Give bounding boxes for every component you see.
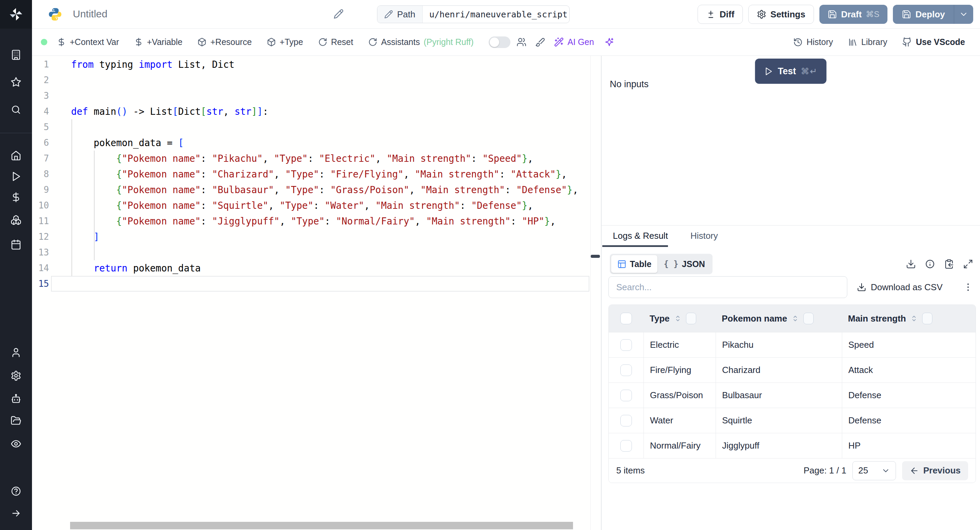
- sidebar-play-icon[interactable]: [0, 170, 32, 183]
- sidebar-home-icon[interactable]: [0, 148, 32, 162]
- page-size-select[interactable]: 25: [853, 461, 896, 480]
- sidebar-bot-icon[interactable]: [0, 392, 32, 405]
- horizontal-scrollbar-thumb[interactable]: [70, 522, 573, 529]
- path-label: Path: [397, 9, 415, 20]
- table-cell: Charizard: [716, 358, 842, 383]
- sidebar-building-icon[interactable]: [0, 48, 32, 62]
- expand-icon[interactable]: [963, 259, 973, 269]
- table-row[interactable]: Grass/PoisonBulbasaurDefense: [609, 383, 975, 408]
- table-cell: Bulbasaur: [716, 383, 842, 408]
- add-context-var-button[interactable]: +Context Var: [57, 37, 119, 47]
- table-row[interactable]: Fire/FlyingCharizardAttack: [609, 357, 975, 383]
- view-table-option[interactable]: Table: [611, 255, 657, 273]
- column-filter-checkbox[interactable]: [686, 313, 696, 324]
- row-checkbox[interactable]: [620, 440, 632, 452]
- use-vscode-button[interactable]: Use VScode: [902, 37, 965, 47]
- select-all-checkbox[interactable]: [620, 313, 632, 324]
- column-filter-checkbox[interactable]: [922, 313, 932, 324]
- copy-result-icon[interactable]: [944, 259, 954, 269]
- code-line[interactable]: [71, 72, 587, 88]
- column-filter-checkbox[interactable]: [803, 313, 814, 324]
- download-csv-button[interactable]: Download as CSV: [857, 282, 943, 292]
- history-button[interactable]: History: [793, 37, 833, 47]
- code-line[interactable]: {"Pokemon name": "Charizard", "Type": "F…: [71, 166, 587, 182]
- sidebar-eye-icon[interactable]: [0, 437, 32, 451]
- info-icon[interactable]: [925, 259, 935, 269]
- sidebar-search-icon[interactable]: [0, 103, 32, 117]
- sparkles-icon[interactable]: [605, 37, 614, 47]
- table-menu-button[interactable]: [963, 282, 973, 292]
- draft-button[interactable]: Draft ⌘S: [819, 5, 888, 24]
- reset-button[interactable]: Reset: [318, 37, 353, 47]
- code-line[interactable]: {"Pokemon name": "Bulbasaur", "Type": "G…: [71, 182, 587, 198]
- code-line[interactable]: [71, 119, 587, 135]
- package-icon: [267, 37, 276, 47]
- table-row[interactable]: WaterSquirtleDefense: [609, 408, 975, 433]
- assistants-button[interactable]: Assistants (Pyright Ruff): [368, 37, 474, 47]
- add-variable-button[interactable]: +Variable: [134, 37, 182, 47]
- code-line[interactable]: [71, 244, 587, 260]
- sort-icon[interactable]: [910, 314, 918, 322]
- row-checkbox[interactable]: [620, 415, 632, 426]
- row-checkbox[interactable]: [620, 390, 632, 401]
- code-line[interactable]: from typing import List, Dict: [71, 57, 587, 72]
- path-field[interactable]: Path u/henri/maneuverable_script: [377, 5, 570, 23]
- library-icon: [848, 37, 858, 47]
- library-button[interactable]: Library: [848, 37, 887, 47]
- code-line[interactable]: return pokemon_data: [71, 260, 587, 276]
- sidebar-folder-open-icon[interactable]: [0, 414, 32, 428]
- table-row[interactable]: Normal/FairyJigglypuffHP: [609, 433, 975, 458]
- multiplayer-toggle[interactable]: [488, 37, 511, 48]
- splitter-drag-handle[interactable]: [591, 255, 600, 258]
- sidebar-arrow-right-icon[interactable]: [0, 506, 32, 520]
- edit-summary-icon[interactable]: [334, 9, 344, 21]
- diff-button[interactable]: Diff: [698, 5, 743, 24]
- code-line[interactable]: {"Pokemon name": "Pikachu", "Type": "Ele…: [71, 150, 587, 166]
- save-icon: [902, 10, 911, 19]
- search-input[interactable]: [608, 276, 847, 298]
- table-row[interactable]: ElectricPikachuSpeed: [609, 332, 975, 357]
- sidebar-calendar-icon[interactable]: [0, 238, 32, 251]
- sidebar-dollar-icon[interactable]: [0, 190, 32, 204]
- gear-icon: [757, 10, 766, 19]
- download-result-icon[interactable]: [906, 259, 916, 269]
- items-count: 5 items: [616, 465, 645, 476]
- line-number: 4: [32, 104, 49, 119]
- code-line[interactable]: [71, 88, 587, 104]
- code-line[interactable]: pokemon_data = [: [71, 135, 587, 150]
- line-number: 8: [32, 166, 49, 182]
- code-line[interactable]: {"Pokemon name": "Squirtle", "Type": "Wa…: [71, 198, 587, 213]
- deploy-button[interactable]: Deploy: [893, 5, 954, 24]
- code-line[interactable]: ]: [71, 229, 587, 244]
- format-brush-icon[interactable]: [535, 37, 545, 47]
- settings-button[interactable]: Settings: [748, 5, 814, 24]
- tab-history[interactable]: History: [690, 231, 718, 241]
- wand-icon: [554, 37, 564, 47]
- sidebar-user-icon[interactable]: [0, 346, 32, 359]
- row-checkbox[interactable]: [620, 364, 632, 376]
- sort-icon[interactable]: [674, 314, 682, 322]
- add-resource-button[interactable]: +Resource: [197, 37, 252, 47]
- previous-page-button[interactable]: Previous: [902, 461, 968, 480]
- code-line[interactable]: [71, 276, 587, 292]
- sort-icon[interactable]: [791, 314, 799, 322]
- sidebar-help-icon[interactable]: [0, 484, 32, 498]
- path-value[interactable]: u/henri/maneuverable_script: [423, 6, 570, 23]
- python-logo-icon: [48, 7, 63, 23]
- users-icon[interactable]: [517, 37, 527, 47]
- windmill-logo[interactable]: [0, 0, 32, 29]
- sidebar-boxes-icon[interactable]: [0, 213, 32, 227]
- sidebar-star-icon[interactable]: [0, 75, 32, 89]
- add-type-button[interactable]: +Type: [267, 37, 303, 47]
- tab-logs-result[interactable]: Logs & Result: [613, 231, 668, 241]
- code-line[interactable]: {"Pokemon name": "Jigglypuff", "Type": "…: [71, 213, 587, 229]
- view-json-option[interactable]: { } JSON: [657, 255, 711, 273]
- sidebar-gear-icon[interactable]: [0, 369, 32, 383]
- row-checkbox[interactable]: [620, 339, 632, 351]
- test-button[interactable]: Test ⌘↵: [755, 59, 827, 84]
- code-editor[interactable]: 123456789101112131415 from typing import…: [32, 56, 601, 530]
- deploy-options-button[interactable]: [954, 5, 973, 24]
- code-line[interactable]: def main() -> List[Dict[str, str]]:: [71, 104, 587, 119]
- ai-gen-button[interactable]: AI Gen: [554, 37, 594, 47]
- table-cell: Fire/Flying: [643, 358, 716, 383]
